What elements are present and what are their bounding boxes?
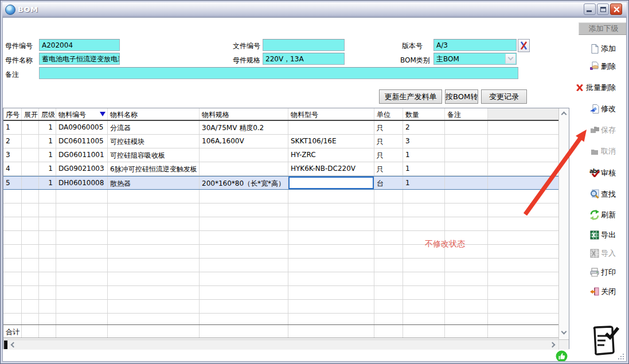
table-cell[interactable] bbox=[445, 121, 488, 134]
table-cell[interactable]: HYK6K-NB-DC220V bbox=[288, 162, 374, 175]
table-cell[interactable] bbox=[445, 177, 488, 189]
table-cell[interactable] bbox=[445, 148, 488, 162]
table-cell[interactable]: 6脉冲可控硅恒流逆变触发板 bbox=[108, 162, 200, 175]
column-header[interactable]: 备注 bbox=[445, 108, 488, 120]
delete-button[interactable]: 删除 bbox=[572, 60, 618, 73]
table-cell[interactable]: 2 bbox=[403, 121, 445, 134]
table-cell[interactable]: 可控硅模块 bbox=[108, 135, 200, 148]
table-cell[interactable] bbox=[488, 177, 559, 189]
table-cell[interactable] bbox=[488, 135, 559, 148]
table-cell[interactable]: 台 bbox=[374, 177, 403, 189]
update-production-slip-button[interactable]: 更新生产发料单 bbox=[379, 89, 442, 104]
table-cell[interactable]: 4 bbox=[3, 162, 22, 175]
cancel-button[interactable]: 取消 bbox=[572, 144, 618, 158]
table-cell[interactable] bbox=[200, 162, 288, 175]
resize-grip[interactable] bbox=[617, 353, 624, 359]
table-row[interactable]: 51DH06010008散热器200*160*80（长*宽*高）台1 bbox=[3, 176, 559, 190]
table-cell[interactable] bbox=[488, 162, 559, 175]
table-cell[interactable]: 1 bbox=[403, 148, 445, 162]
table-cell[interactable]: 1 bbox=[403, 162, 445, 175]
table-cell[interactable]: DA09060005 bbox=[56, 121, 108, 134]
table-row[interactable]: 21DC06011005可控硅模块106A,1600VSKKT106/16E只3 bbox=[3, 135, 559, 148]
table-cell[interactable]: 1 bbox=[3, 121, 22, 134]
table-cell[interactable]: DG06011001 bbox=[56, 148, 108, 162]
table-cell[interactable]: 1 bbox=[39, 121, 56, 134]
column-header[interactable] bbox=[488, 108, 559, 120]
table-cell[interactable] bbox=[288, 177, 374, 189]
bom-type-select[interactable]: 主BOM bbox=[433, 53, 517, 65]
table-cell[interactable]: 只 bbox=[374, 148, 403, 162]
find-button[interactable]: 查找 bbox=[572, 187, 618, 201]
refresh-button[interactable]: 刷新 bbox=[572, 208, 618, 222]
table-row[interactable]: 31DG06011001可控硅阻容吸收板HY-ZRC只1 bbox=[3, 148, 559, 162]
table-cell[interactable]: 只 bbox=[374, 121, 403, 134]
table-cell[interactable]: 200*160*80（长*宽*高） bbox=[200, 177, 288, 189]
table-cell[interactable] bbox=[488, 148, 559, 162]
table-cell[interactable]: 分流器 bbox=[108, 121, 200, 134]
print-button[interactable]: 打印 bbox=[572, 265, 618, 279]
table-cell[interactable]: 3 bbox=[403, 135, 445, 148]
vertical-scrollbar[interactable] bbox=[558, 108, 569, 339]
table-cell[interactable]: HY-ZRC bbox=[288, 148, 374, 162]
scroll-down-icon[interactable] bbox=[561, 329, 567, 335]
horizontal-scrollbar[interactable] bbox=[3, 339, 559, 350]
table-cell[interactable]: 只 bbox=[374, 135, 403, 148]
bom-import-button[interactable]: 按BOM转入 bbox=[445, 89, 478, 104]
column-header[interactable]: 单位 bbox=[374, 108, 403, 120]
table-cell[interactable]: 1 bbox=[39, 162, 56, 175]
table-row[interactable]: 41DG090210036脉冲可控硅恒流逆变触发板HYK6K-NB-DC220V… bbox=[3, 162, 559, 176]
table-cell[interactable]: 1 bbox=[39, 135, 56, 148]
column-header[interactable]: 物料型号 bbox=[288, 108, 374, 120]
table-cell[interactable] bbox=[445, 162, 488, 175]
column-header[interactable]: 展开 bbox=[22, 108, 39, 120]
add-button[interactable]: 添加 bbox=[572, 42, 618, 56]
table-cell[interactable]: DC06011005 bbox=[56, 135, 108, 148]
table-cell[interactable] bbox=[22, 148, 39, 162]
add-child-button[interactable]: 添加下级 bbox=[579, 22, 627, 35]
export-button[interactable]: 导出 bbox=[572, 228, 618, 242]
table-cell[interactable]: 散热器 bbox=[108, 177, 200, 189]
scroll-right-icon[interactable] bbox=[550, 342, 556, 348]
table-cell[interactable]: 1 bbox=[39, 177, 56, 189]
scroll-left-icon[interactable] bbox=[11, 342, 17, 348]
column-header[interactable]: 物料编号 bbox=[56, 108, 108, 120]
import-button[interactable]: 导入 bbox=[572, 246, 618, 260]
column-header[interactable]: 层级 bbox=[39, 108, 56, 120]
close-button[interactable] bbox=[610, 3, 622, 15]
table-cell[interactable] bbox=[22, 162, 39, 175]
table-cell[interactable]: 可控硅阻容吸收板 bbox=[108, 148, 200, 162]
maximize-button[interactable] bbox=[597, 3, 609, 15]
save-button[interactable]: 保存 bbox=[572, 123, 618, 137]
table-cell[interactable]: 106A,1600V bbox=[200, 135, 288, 148]
table-cell[interactable]: 2 bbox=[3, 135, 22, 148]
table-cell[interactable]: DH06010008 bbox=[56, 177, 108, 189]
version-edit-button[interactable] bbox=[518, 39, 530, 52]
change-log-button[interactable]: 变更记录 bbox=[481, 89, 527, 104]
table-cell[interactable]: 只 bbox=[374, 162, 403, 175]
parent-name-input[interactable]: 蓄电池电子恒流逆变放电装 bbox=[39, 53, 120, 65]
parent-spec-input[interactable]: 220V，13A bbox=[263, 53, 345, 65]
table-cell[interactable] bbox=[200, 148, 288, 162]
column-header[interactable]: 数量 bbox=[403, 108, 445, 120]
hscroll-thumb[interactable] bbox=[4, 340, 7, 349]
version-input[interactable]: A/3 bbox=[433, 39, 517, 51]
table-cell[interactable] bbox=[288, 121, 374, 134]
column-header[interactable]: 序号 bbox=[3, 108, 22, 120]
table-cell[interactable] bbox=[22, 135, 39, 148]
dropdown-arrow-button[interactable] bbox=[505, 54, 515, 64]
doc-no-input[interactable] bbox=[263, 39, 345, 51]
table-cell[interactable]: SKKT106/16E bbox=[288, 135, 374, 148]
table-cell[interactable]: 30A/75MV 精度0.2 bbox=[200, 121, 288, 134]
table-cell[interactable]: DG09021003 bbox=[56, 162, 108, 175]
table-cell[interactable] bbox=[488, 121, 559, 134]
column-header[interactable]: 物料名称 bbox=[108, 108, 200, 120]
table-cell[interactable] bbox=[22, 177, 39, 189]
modify-button[interactable]: 修改 bbox=[572, 102, 618, 116]
column-header[interactable]: 物料规格 bbox=[200, 108, 288, 120]
table-cell[interactable]: 3 bbox=[3, 148, 22, 162]
table-cell[interactable] bbox=[22, 121, 39, 134]
table-cell[interactable] bbox=[445, 135, 488, 148]
table-cell[interactable]: 5 bbox=[3, 177, 22, 189]
table-cell[interactable]: 1 bbox=[39, 148, 56, 162]
parent-no-input[interactable]: A202004 bbox=[39, 39, 120, 51]
